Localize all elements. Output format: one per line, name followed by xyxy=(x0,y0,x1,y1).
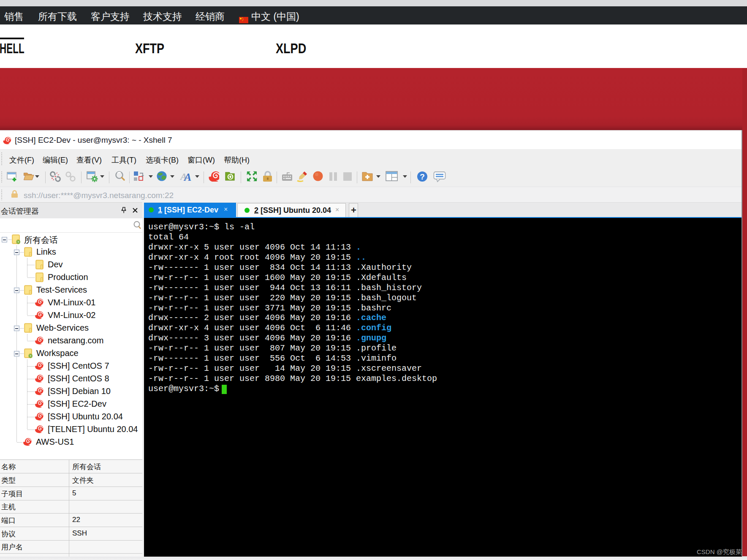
svg-text:?: ? xyxy=(420,172,425,181)
svg-text:A: A xyxy=(183,171,191,182)
